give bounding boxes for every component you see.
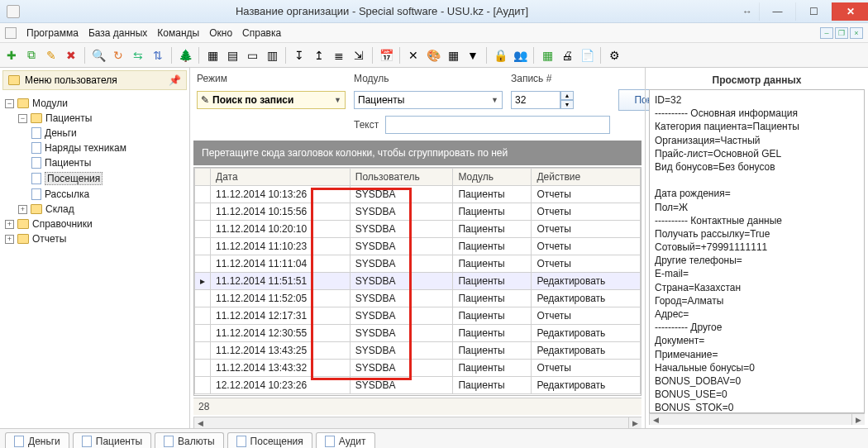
add-multi-icon[interactable]: ⧉ <box>23 47 40 64</box>
tree-mailing[interactable]: Рассылка <box>45 188 89 200</box>
detail-icon[interactable]: ▥ <box>264 47 280 64</box>
tree-tech[interactable]: Наряды техникам <box>45 142 126 154</box>
h-scrollbar[interactable]: ◀▶ <box>193 417 641 428</box>
mdi-close-icon[interactable]: × <box>850 27 863 39</box>
expand-icon[interactable]: + <box>5 235 14 244</box>
tree-reports[interactable]: Отчеты <box>32 233 66 245</box>
tool4-icon[interactable]: ▼ <box>465 47 481 64</box>
import-icon[interactable]: ↧ <box>291 47 308 64</box>
mass-icon[interactable]: ≣ <box>331 47 347 64</box>
restore-arrow-icon[interactable]: ↔ <box>739 6 756 17</box>
table-row[interactable]: 11.12.2014 10:15:56SYSDBAПациентыОтчеты <box>195 203 641 221</box>
table-row[interactable]: 11.12.2014 10:13:26SYSDBAПациентыОтчеты <box>195 186 641 203</box>
tab-money[interactable]: Деньги <box>5 432 69 448</box>
expand-icon[interactable]: + <box>18 205 27 214</box>
tree-patients[interactable]: Пациенты <box>45 112 92 124</box>
table-row[interactable]: 11.12.2014 13:43:25SYSDBAПациентыРедакти… <box>195 342 641 360</box>
text-input[interactable] <box>385 116 610 134</box>
expand-icon[interactable]: + <box>5 220 14 229</box>
module-combo[interactable]: Пациенты▼ <box>354 91 503 109</box>
preview-h-scrollbar[interactable]: ◀▶ <box>649 413 865 425</box>
record-spinner[interactable]: ▲▼ <box>511 91 610 109</box>
tab-currencies[interactable]: Валюты <box>155 432 224 448</box>
group-by-hint[interactable]: Перетащите сюда заголовок колонки, чтобы… <box>193 141 641 165</box>
document-icon <box>31 127 41 139</box>
tree-visits[interactable]: Посещения <box>45 172 103 185</box>
menu-window[interactable]: Окно <box>209 27 232 39</box>
data-grid[interactable]: Дата Пользователь Модуль Действие 11.12.… <box>193 167 641 396</box>
tab-visits[interactable]: Посещения <box>227 432 312 448</box>
menu-commands[interactable]: Команды <box>157 27 199 39</box>
form-icon[interactable]: ▭ <box>244 47 260 64</box>
tool1-icon[interactable]: ✕ <box>405 47 422 64</box>
col-user[interactable]: Пользователь <box>350 169 453 186</box>
card-icon[interactable]: ▤ <box>224 47 241 64</box>
menu-help[interactable]: Справка <box>242 27 281 39</box>
external-icon[interactable]: ⇲ <box>351 47 367 64</box>
menu-database[interactable]: База данных <box>88 27 147 39</box>
mdi-restore-icon[interactable]: ❐ <box>835 27 848 39</box>
collapse-icon[interactable]: − <box>18 114 27 123</box>
palette-icon[interactable]: 🎨 <box>425 47 441 64</box>
search-icon[interactable]: 🔍 <box>90 47 107 64</box>
excel-icon[interactable]: ▦ <box>539 47 556 64</box>
tab-patients[interactable]: Пациенты <box>73 432 151 448</box>
table-row[interactable]: 11.12.2014 12:30:55SYSDBAПациентыРедакти… <box>195 325 641 342</box>
spin-up-icon[interactable]: ▲ <box>560 91 574 100</box>
preview-pane: Просмотр данных ID=32 ---------- Основна… <box>645 68 868 428</box>
tool3-icon[interactable]: ▦ <box>445 47 461 64</box>
col-module[interactable]: Модуль <box>453 169 532 186</box>
table-row[interactable]: 11.12.2014 12:17:31SYSDBAПациентыОтчеты <box>195 307 641 325</box>
scroll-left-icon[interactable]: ◀ <box>193 417 207 428</box>
grid-icon[interactable]: ▦ <box>204 47 221 64</box>
menu-program[interactable]: Программа <box>26 27 79 39</box>
close-button[interactable]: ✕ <box>832 2 868 21</box>
col-action[interactable]: Действие <box>532 169 641 186</box>
edit-icon[interactable]: ✎ <box>43 47 60 64</box>
document-icon <box>236 436 246 447</box>
mode-label: Режим <box>197 73 346 84</box>
lock-icon[interactable]: 🔒 <box>492 47 508 64</box>
table-row[interactable]: ▸11.12.2014 11:51:51SYSDBAПациентыРедакт… <box>195 273 641 290</box>
collapse-icon[interactable]: − <box>5 99 14 108</box>
document-icon <box>31 173 41 184</box>
record-input[interactable] <box>511 91 560 109</box>
delete-icon[interactable]: ✖ <box>63 47 79 64</box>
minimize-button[interactable]: — <box>759 2 795 21</box>
add-icon[interactable]: ✚ <box>3 47 20 64</box>
calendar-icon[interactable]: 📅 <box>378 47 394 64</box>
tree-patients2[interactable]: Пациенты <box>45 157 91 169</box>
tree-warehouse[interactable]: Склад <box>45 203 74 215</box>
export-icon[interactable]: ↥ <box>311 47 327 64</box>
table-row[interactable]: 11.12.2014 10:20:10SYSDBAПациентыОтчеты <box>195 221 641 238</box>
col-date[interactable]: Дата <box>211 169 351 186</box>
preview-text[interactable]: ID=32 ---------- Основная информация Кат… <box>649 89 865 413</box>
tree-modules[interactable]: Модули <box>32 98 68 109</box>
print-icon[interactable]: 🖨 <box>559 47 575 64</box>
table-row[interactable]: 11.12.2014 11:52:05SYSDBAПациентыРедакти… <box>195 290 641 307</box>
table-row[interactable]: 11.12.2014 11:11:04SYSDBAПациентыОтчеты <box>195 255 641 273</box>
mdi-minimize-icon[interactable]: – <box>820 27 833 39</box>
scroll-right-icon[interactable]: ▶ <box>628 417 641 428</box>
maximize-button[interactable]: ☐ <box>795 2 832 21</box>
table-row[interactable]: 11.12.2014 11:10:23SYSDBAПациентыОтчеты <box>195 238 641 255</box>
sort-icon[interactable]: ⇅ <box>150 47 166 64</box>
settings-icon[interactable]: ⚙ <box>606 47 622 64</box>
refresh-icon[interactable]: ↻ <box>110 47 126 64</box>
tab-audit[interactable]: Аудит <box>316 432 375 448</box>
preview-icon[interactable]: 📄 <box>579 47 595 64</box>
mode-combo[interactable]: ✎Поиск по записи▼ <box>197 91 346 109</box>
folder-icon <box>31 113 42 123</box>
table-row[interactable]: 11.12.2014 13:43:32SYSDBAПациентыОтчеты <box>195 360 641 377</box>
tree-money[interactable]: Деньги <box>45 127 77 139</box>
tree-refs[interactable]: Справочники <box>32 218 93 230</box>
tree-icon[interactable]: 🌲 <box>177 47 193 64</box>
spin-down-icon[interactable]: ▼ <box>560 100 574 109</box>
pin-icon[interactable]: 📌 <box>169 74 181 86</box>
filter-icon[interactable]: ⇆ <box>130 47 146 64</box>
chevron-down-icon: ▼ <box>334 96 341 104</box>
table-row[interactable]: 12.12.2014 10:23:26SYSDBAПациентыРедакти… <box>195 377 641 394</box>
users-icon[interactable]: 👥 <box>512 47 528 64</box>
nav-tree[interactable]: −Модули −Пациенты Деньги Наряды техникам… <box>0 93 189 428</box>
record-label: Запись # <box>511 73 610 84</box>
